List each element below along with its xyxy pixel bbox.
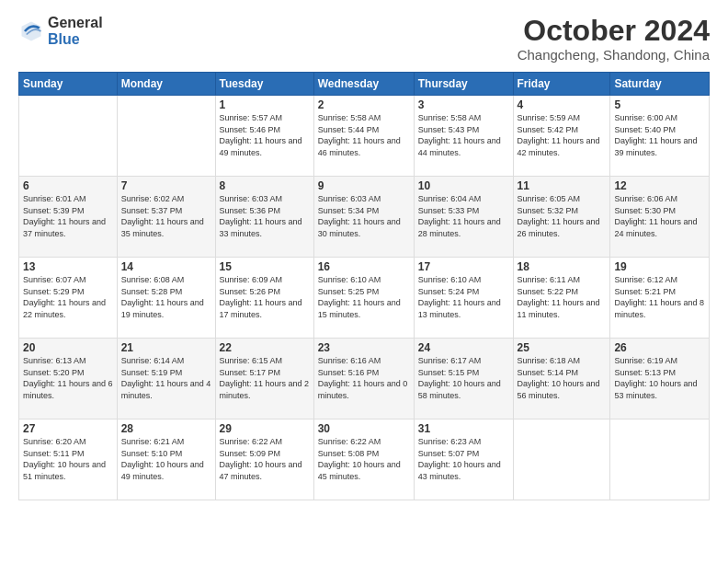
calendar-cell: 1Sunrise: 5:57 AM Sunset: 5:46 PM Daylig… [215, 96, 313, 177]
day-number: 20 [23, 341, 113, 354]
calendar-cell: 23Sunrise: 6:16 AM Sunset: 5:16 PM Dayli… [313, 339, 414, 419]
calendar-cell: 6Sunrise: 6:01 AM Sunset: 5:39 PM Daylig… [19, 177, 118, 258]
day-info: Sunrise: 6:22 AM Sunset: 5:09 PM Dayligh… [220, 436, 310, 482]
day-number: 9 [318, 179, 410, 192]
weekday-header: Saturday [610, 73, 710, 96]
calendar-cell: 5Sunrise: 6:00 AM Sunset: 5:40 PM Daylig… [610, 96, 710, 177]
day-info: Sunrise: 6:16 AM Sunset: 5:16 PM Dayligh… [318, 355, 410, 401]
calendar-cell: 25Sunrise: 6:18 AM Sunset: 5:14 PM Dayli… [513, 339, 610, 419]
day-info: Sunrise: 6:10 AM Sunset: 5:25 PM Dayligh… [318, 274, 410, 320]
day-number: 2 [318, 98, 410, 111]
weekday-header: Tuesday [215, 73, 313, 96]
day-number: 23 [318, 341, 410, 354]
day-info: Sunrise: 6:15 AM Sunset: 5:17 PM Dayligh… [220, 355, 310, 401]
calendar-cell: 18Sunrise: 6:11 AM Sunset: 5:22 PM Dayli… [513, 258, 610, 339]
day-info: Sunrise: 6:12 AM Sunset: 5:21 PM Dayligh… [614, 274, 705, 320]
calendar-cell: 29Sunrise: 6:22 AM Sunset: 5:09 PM Dayli… [215, 419, 313, 500]
calendar-cell [117, 96, 215, 177]
day-info: Sunrise: 6:07 AM Sunset: 5:29 PM Dayligh… [23, 274, 113, 320]
calendar-cell: 21Sunrise: 6:14 AM Sunset: 5:19 PM Dayli… [117, 339, 215, 419]
day-number: 6 [23, 179, 113, 192]
calendar-header-row: SundayMondayTuesdayWednesdayThursdayFrid… [19, 73, 710, 96]
calendar-cell: 16Sunrise: 6:10 AM Sunset: 5:25 PM Dayli… [313, 258, 414, 339]
calendar-cell [513, 419, 610, 500]
day-number: 1 [220, 98, 310, 111]
day-info: Sunrise: 6:23 AM Sunset: 5:07 PM Dayligh… [418, 436, 509, 482]
day-info: Sunrise: 6:11 AM Sunset: 5:22 PM Dayligh… [518, 274, 607, 320]
day-info: Sunrise: 6:17 AM Sunset: 5:15 PM Dayligh… [418, 355, 509, 401]
day-info: Sunrise: 6:01 AM Sunset: 5:39 PM Dayligh… [23, 193, 113, 239]
weekday-header: Thursday [414, 73, 513, 96]
calendar-cell: 26Sunrise: 6:19 AM Sunset: 5:13 PM Dayli… [610, 339, 710, 419]
day-info: Sunrise: 6:18 AM Sunset: 5:14 PM Dayligh… [518, 355, 607, 401]
weekday-header: Wednesday [313, 73, 414, 96]
calendar-cell: 24Sunrise: 6:17 AM Sunset: 5:15 PM Dayli… [414, 339, 513, 419]
day-info: Sunrise: 5:58 AM Sunset: 5:44 PM Dayligh… [318, 112, 410, 158]
day-number: 17 [418, 260, 509, 273]
day-number: 22 [220, 341, 310, 354]
logo-blue-text: Blue [48, 31, 103, 48]
logo-text: General Blue [48, 15, 103, 47]
day-info: Sunrise: 5:57 AM Sunset: 5:46 PM Dayligh… [220, 112, 310, 158]
calendar-cell: 9Sunrise: 6:03 AM Sunset: 5:34 PM Daylig… [313, 177, 414, 258]
title-block: October 2024 Changcheng, Shandong, China [518, 15, 710, 63]
day-number: 26 [614, 341, 705, 354]
day-info: Sunrise: 6:13 AM Sunset: 5:20 PM Dayligh… [23, 355, 113, 401]
calendar-cell: 3Sunrise: 5:58 AM Sunset: 5:43 PM Daylig… [414, 96, 513, 177]
day-info: Sunrise: 6:03 AM Sunset: 5:34 PM Dayligh… [318, 193, 410, 239]
day-number: 24 [418, 341, 509, 354]
calendar-cell [610, 419, 710, 500]
day-number: 8 [220, 179, 310, 192]
day-number: 15 [220, 260, 310, 273]
calendar-week-row: 27Sunrise: 6:20 AM Sunset: 5:11 PM Dayli… [19, 419, 710, 500]
calendar-cell: 22Sunrise: 6:15 AM Sunset: 5:17 PM Dayli… [215, 339, 313, 419]
page: General Blue October 2024 Changcheng, Sh… [0, 0, 728, 563]
calendar-cell: 4Sunrise: 5:59 AM Sunset: 5:42 PM Daylig… [513, 96, 610, 177]
day-info: Sunrise: 6:00 AM Sunset: 5:40 PM Dayligh… [614, 112, 705, 158]
calendar-cell: 31Sunrise: 6:23 AM Sunset: 5:07 PM Dayli… [414, 419, 513, 500]
weekday-header: Monday [117, 73, 215, 96]
day-info: Sunrise: 6:20 AM Sunset: 5:11 PM Dayligh… [23, 436, 113, 482]
day-info: Sunrise: 6:03 AM Sunset: 5:36 PM Dayligh… [220, 193, 310, 239]
day-number: 29 [220, 422, 310, 435]
logo-general-text: General [48, 15, 103, 31]
day-info: Sunrise: 5:59 AM Sunset: 5:42 PM Dayligh… [518, 112, 607, 158]
calendar-cell: 17Sunrise: 6:10 AM Sunset: 5:24 PM Dayli… [414, 258, 513, 339]
calendar-cell: 19Sunrise: 6:12 AM Sunset: 5:21 PM Dayli… [610, 258, 710, 339]
calendar-cell: 27Sunrise: 6:20 AM Sunset: 5:11 PM Dayli… [19, 419, 118, 500]
calendar-week-row: 13Sunrise: 6:07 AM Sunset: 5:29 PM Dayli… [19, 258, 710, 339]
day-info: Sunrise: 6:19 AM Sunset: 5:13 PM Dayligh… [614, 355, 705, 401]
calendar-cell [19, 96, 118, 177]
calendar-cell: 10Sunrise: 6:04 AM Sunset: 5:33 PM Dayli… [414, 177, 513, 258]
calendar-cell: 12Sunrise: 6:06 AM Sunset: 5:30 PM Dayli… [610, 177, 710, 258]
calendar-week-row: 6Sunrise: 6:01 AM Sunset: 5:39 PM Daylig… [19, 177, 710, 258]
calendar-table: SundayMondayTuesdayWednesdayThursdayFrid… [18, 72, 710, 500]
day-number: 31 [418, 422, 509, 435]
day-number: 16 [318, 260, 410, 273]
day-info: Sunrise: 6:04 AM Sunset: 5:33 PM Dayligh… [418, 193, 509, 239]
day-info: Sunrise: 6:09 AM Sunset: 5:26 PM Dayligh… [220, 274, 310, 320]
logo-icon [18, 18, 44, 44]
calendar-cell: 15Sunrise: 6:09 AM Sunset: 5:26 PM Dayli… [215, 258, 313, 339]
calendar-cell: 14Sunrise: 6:08 AM Sunset: 5:28 PM Dayli… [117, 258, 215, 339]
day-info: Sunrise: 6:21 AM Sunset: 5:10 PM Dayligh… [121, 436, 211, 482]
logo: General Blue [18, 15, 103, 47]
calendar-cell: 13Sunrise: 6:07 AM Sunset: 5:29 PM Dayli… [19, 258, 118, 339]
day-info: Sunrise: 6:22 AM Sunset: 5:08 PM Dayligh… [318, 436, 410, 482]
day-number: 7 [121, 179, 211, 192]
day-number: 21 [121, 341, 211, 354]
day-number: 5 [614, 98, 705, 111]
day-info: Sunrise: 6:06 AM Sunset: 5:30 PM Dayligh… [614, 193, 705, 239]
calendar-cell: 28Sunrise: 6:21 AM Sunset: 5:10 PM Dayli… [117, 419, 215, 500]
day-number: 12 [614, 179, 705, 192]
day-number: 30 [318, 422, 410, 435]
day-number: 18 [518, 260, 607, 273]
calendar-cell: 20Sunrise: 6:13 AM Sunset: 5:20 PM Dayli… [19, 339, 118, 419]
day-number: 28 [121, 422, 211, 435]
day-info: Sunrise: 5:58 AM Sunset: 5:43 PM Dayligh… [418, 112, 509, 158]
calendar-week-row: 1Sunrise: 5:57 AM Sunset: 5:46 PM Daylig… [19, 96, 710, 177]
calendar-cell: 11Sunrise: 6:05 AM Sunset: 5:32 PM Dayli… [513, 177, 610, 258]
day-info: Sunrise: 6:08 AM Sunset: 5:28 PM Dayligh… [121, 274, 211, 320]
calendar-week-row: 20Sunrise: 6:13 AM Sunset: 5:20 PM Dayli… [19, 339, 710, 419]
day-info: Sunrise: 6:14 AM Sunset: 5:19 PM Dayligh… [121, 355, 211, 401]
